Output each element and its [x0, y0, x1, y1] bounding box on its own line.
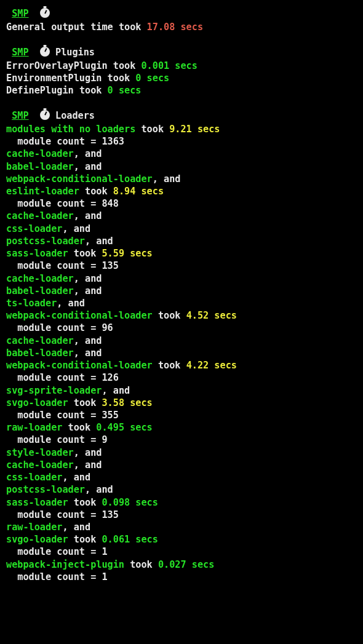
section-title: Loaders	[55, 110, 95, 121]
and-label: , and	[74, 273, 102, 284]
blank-line	[6, 33, 357, 46]
loader-time: 0.027 secs	[158, 559, 214, 570]
loader-line: css-loader, and	[6, 471, 357, 483]
and-label: , and	[62, 223, 90, 234]
and-label: , and	[74, 447, 102, 458]
loader-time: 8.94 secs	[113, 186, 164, 197]
took-label: took	[74, 85, 108, 96]
and-label: , and	[74, 459, 102, 471]
loader-line: raw-loader, and	[6, 521, 357, 533]
loader-name: babel-loader	[6, 348, 74, 359]
loader-name: babel-loader	[6, 285, 74, 296]
loader-line: style-loader, and	[6, 447, 357, 459]
and-label: , and	[74, 210, 102, 221]
module-count: module count = 1363	[17, 136, 124, 147]
loader-name: svg-sprite-loader	[6, 385, 102, 396]
loader-name: cache-loader	[6, 335, 74, 346]
module-count: module count = 135	[17, 509, 119, 520]
blank-line	[6, 97, 357, 109]
module-count: module count = 1	[17, 571, 107, 582]
loader-line: cache-loader, and	[6, 335, 357, 347]
loader-name: sass-loader	[6, 497, 68, 508]
loader-line: webpack-conditional-loader took 4.22 sec…	[6, 359, 357, 372]
and-label: , and	[74, 285, 102, 296]
loader-line: postcss-loader, and	[6, 483, 357, 496]
loader-line: svgo-loader took 0.061 secs	[6, 533, 357, 546]
stopwatch-icon	[40, 110, 50, 120]
took-label: took	[119, 22, 147, 33]
loader-name: cache-loader	[6, 210, 74, 221]
plugin-line: ErrorOverlayPlugin took 0.001 secs	[6, 60, 357, 72]
loader-line: cache-loader, and	[6, 148, 357, 160]
module-count: module count = 355	[17, 410, 119, 421]
loader-time: 4.22 secs	[186, 360, 237, 371]
and-label: , and	[62, 472, 90, 483]
loader-line: modules with no loaders took 9.21 secs	[6, 123, 357, 135]
plugin-line: EnvironmentPlugin took 0 secs	[6, 72, 357, 84]
general-label: General output time	[6, 22, 119, 33]
took-label: took	[102, 73, 135, 84]
loader-line: babel-loader, and	[6, 285, 357, 297]
loader-line: webpack-conditional-loader took 4.52 sec…	[6, 309, 357, 322]
general-output-line: General output time took 17.08 secs	[6, 21, 357, 33]
loader-name: postcss-loader	[6, 484, 85, 495]
module-count-line: module count = 1	[6, 571, 357, 583]
loader-name: sass-loader	[6, 248, 68, 259]
plugin-time: 0 secs	[135, 73, 169, 84]
took-label: took	[62, 422, 96, 433]
plugin-time: 0 secs	[108, 85, 142, 96]
loader-line: postcss-loader, and	[6, 235, 357, 247]
loader-name: cache-loader	[6, 273, 74, 284]
loader-line: babel-loader, and	[6, 161, 357, 173]
loader-line: ts-loader, and	[6, 297, 357, 309]
took-label: took	[108, 60, 142, 71]
module-count: module count = 9	[17, 434, 107, 445]
general-time: 17.08 secs	[147, 22, 203, 33]
and-label: , and	[85, 484, 113, 495]
loader-name: webpack-conditional-loader	[6, 360, 153, 371]
and-label: , and	[85, 236, 113, 247]
module-count-line: module count = 1	[6, 546, 357, 558]
section-header: SMP Plugins	[6, 46, 357, 58]
loader-line: raw-loader took 0.495 secs	[6, 421, 357, 434]
took-label: took	[124, 559, 158, 570]
loader-name: raw-loader	[6, 522, 62, 533]
loader-name: raw-loader	[6, 422, 62, 433]
loader-name: ts-loader	[6, 298, 57, 309]
loader-line: sass-loader took 0.098 secs	[6, 496, 357, 509]
loader-name: svgo-loader	[6, 397, 68, 408]
loader-name: cache-loader	[6, 459, 74, 471]
loader-line: webpack-inject-plugin took 0.027 secs	[6, 559, 357, 571]
took-label: took	[68, 397, 102, 408]
loader-name: css-loader	[6, 223, 62, 234]
loader-name: postcss-loader	[6, 236, 85, 247]
loader-name: eslint-loader	[6, 186, 79, 197]
loader-time: 9.21 secs	[169, 124, 220, 135]
took-label: took	[68, 497, 102, 508]
plugin-time: 0.001 secs	[141, 60, 197, 71]
took-label: took	[68, 534, 102, 545]
module-count-line: module count = 355	[6, 409, 357, 421]
loader-name: webpack-conditional-loader	[6, 173, 153, 185]
module-count: module count = 1	[17, 546, 107, 557]
and-label: , and	[62, 522, 90, 533]
smp-label: SMP	[12, 110, 28, 121]
module-count-line: module count = 96	[6, 322, 357, 334]
and-label: , and	[74, 335, 102, 346]
module-count-line: module count = 9	[6, 434, 357, 446]
module-count-line: module count = 135	[6, 260, 357, 272]
loader-name: webpack-inject-plugin	[6, 559, 124, 570]
loader-time: 3.58 secs	[102, 397, 152, 408]
loader-name: babel-loader	[6, 161, 74, 172]
loader-name: style-loader	[6, 447, 74, 458]
loader-line: eslint-loader took 8.94 secs	[6, 185, 357, 197]
and-label: , and	[102, 385, 130, 396]
module-count-line: module count = 848	[6, 197, 357, 210]
loader-name: css-loader	[6, 472, 62, 483]
section-header: SMP	[6, 7, 357, 20]
loader-line: svg-sprite-loader, and	[6, 384, 357, 397]
plugin-line: DefinePlugin took 0 secs	[6, 84, 357, 97]
took-label: took	[153, 310, 186, 321]
section-header: SMP Loaders	[6, 109, 357, 122]
took-label: took	[153, 360, 186, 371]
